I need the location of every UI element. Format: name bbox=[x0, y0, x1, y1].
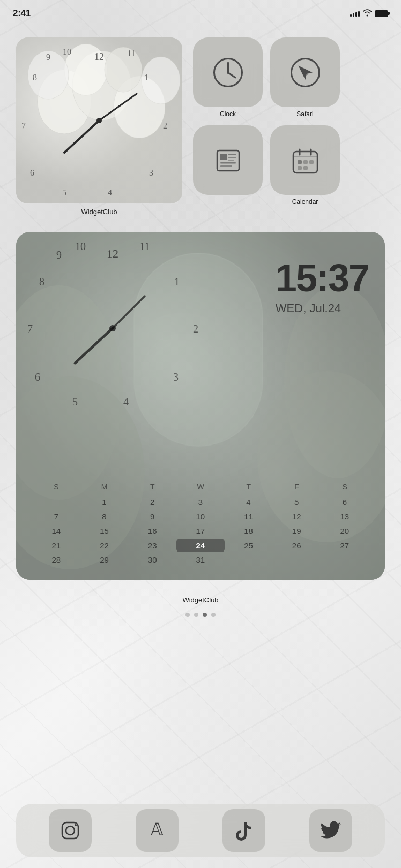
svg-rect-36 bbox=[228, 160, 234, 161]
news-app[interactable] bbox=[193, 125, 263, 206]
safari-app-icon[interactable] bbox=[270, 37, 340, 107]
cal-cell: 20 bbox=[321, 524, 369, 538]
news-app-icon[interactable] bbox=[193, 125, 263, 195]
svg-point-5 bbox=[105, 47, 142, 92]
clock-app-label: Clock bbox=[220, 110, 236, 118]
cal-cell: 7 bbox=[32, 510, 80, 523]
top-section: 12 1 2 3 4 5 6 7 8 9 10 11 bbox=[16, 37, 385, 216]
cal-cell bbox=[321, 553, 369, 567]
svg-text:𝔸: 𝔸 bbox=[151, 820, 164, 839]
app-row-2: Calendar bbox=[193, 125, 385, 206]
digital-time-area: 15:37 WED, Jul.24 bbox=[276, 259, 369, 315]
battery-icon bbox=[375, 10, 388, 17]
cal-week-1: 1 2 3 4 5 6 bbox=[32, 495, 369, 509]
calendar-app-label: Calendar bbox=[292, 198, 318, 206]
svg-rect-34 bbox=[228, 154, 236, 155]
status-bar: 2:41 bbox=[0, 0, 401, 27]
page-dot-2 bbox=[194, 613, 198, 617]
cal-cell: 12 bbox=[272, 510, 321, 523]
appstore-dock-icon[interactable]: 𝔸 bbox=[136, 809, 179, 852]
cal-week-4: 21 22 23 24 25 26 27 bbox=[32, 539, 369, 552]
dock: 𝔸 bbox=[16, 804, 385, 857]
cal-cell: 2 bbox=[128, 495, 176, 509]
svg-rect-35 bbox=[228, 157, 236, 158]
instagram-dock-icon[interactable] bbox=[49, 809, 92, 852]
svg-rect-30 bbox=[217, 150, 239, 171]
tiktok-dock-icon[interactable] bbox=[222, 809, 265, 852]
calendar-header: S M T W T F S bbox=[32, 482, 369, 491]
right-apps: Clock Safari bbox=[193, 37, 385, 216]
widgetclub-big-widget[interactable]: 12 1 2 3 4 5 6 7 8 9 10 11 15:37 bbox=[16, 232, 385, 604]
cal-sat: S bbox=[321, 482, 369, 491]
cal-cell bbox=[225, 553, 273, 567]
widgetclub-clock-widget[interactable]: 12 1 2 3 4 5 6 7 8 9 10 11 bbox=[16, 37, 182, 216]
svg-text:7: 7 bbox=[21, 121, 26, 130]
svg-text:1: 1 bbox=[144, 73, 148, 82]
svg-text:10: 10 bbox=[75, 240, 86, 252]
cal-mon: M bbox=[80, 482, 129, 491]
twitter-dock-icon[interactable] bbox=[309, 809, 352, 852]
svg-text:5: 5 bbox=[62, 188, 66, 197]
cal-cell: 9 bbox=[128, 510, 176, 523]
svg-rect-44 bbox=[298, 166, 302, 170]
svg-text:5: 5 bbox=[72, 396, 78, 407]
svg-text:6: 6 bbox=[35, 371, 40, 383]
cal-cell: 4 bbox=[225, 495, 273, 509]
cal-cell: 18 bbox=[225, 524, 273, 538]
page-dot-4 bbox=[211, 613, 216, 617]
svg-text:9: 9 bbox=[46, 52, 50, 62]
safari-app-label: Safari bbox=[296, 110, 313, 118]
cal-cell: 5 bbox=[272, 495, 321, 509]
svg-text:8: 8 bbox=[33, 73, 37, 82]
home-screen: 12 1 2 3 4 5 6 7 8 9 10 11 bbox=[0, 27, 401, 868]
calendar-area: S M T W T F S 1 2 3 4 5 6 bbox=[16, 482, 385, 580]
cal-cell: 8 bbox=[80, 510, 129, 523]
cal-cell: 17 bbox=[176, 524, 225, 538]
clock-app-icon[interactable] bbox=[193, 37, 263, 107]
svg-text:6: 6 bbox=[30, 168, 34, 177]
calendar-app[interactable]: Calendar bbox=[270, 125, 340, 206]
calendar-app-icon[interactable] bbox=[270, 125, 340, 195]
cal-cell: 25 bbox=[225, 539, 273, 552]
cal-week-2: 7 8 9 10 11 12 13 bbox=[32, 510, 369, 523]
svg-text:12: 12 bbox=[94, 51, 104, 62]
svg-text:3: 3 bbox=[149, 168, 153, 177]
cal-cell bbox=[32, 495, 80, 509]
svg-point-69 bbox=[75, 824, 77, 826]
big-clock-face: 12 1 2 3 4 5 6 7 8 9 10 11 bbox=[27, 237, 198, 419]
calendar-grid: 1 2 3 4 5 6 7 8 9 10 11 12 13 bbox=[32, 495, 369, 567]
status-time: 2:41 bbox=[13, 8, 31, 19]
clock-app[interactable]: Clock bbox=[193, 37, 263, 118]
svg-rect-41 bbox=[298, 160, 302, 164]
cal-cell: 16 bbox=[128, 524, 176, 538]
cal-cell: 29 bbox=[80, 553, 129, 567]
cal-cell: 22 bbox=[80, 539, 129, 552]
svg-text:11: 11 bbox=[139, 240, 150, 252]
svg-text:1: 1 bbox=[174, 276, 180, 288]
page-dot-3 bbox=[203, 613, 207, 617]
page-dot-1 bbox=[185, 613, 190, 617]
svg-text:8: 8 bbox=[39, 276, 44, 288]
svg-line-64 bbox=[75, 328, 113, 363]
signal-icon bbox=[350, 10, 360, 17]
svg-rect-32 bbox=[220, 162, 236, 164]
clock-widget-bg: 12 1 2 3 4 5 6 7 8 9 10 11 bbox=[16, 37, 182, 203]
app-row-1: Clock Safari bbox=[193, 37, 385, 118]
cal-cell: 13 bbox=[321, 510, 369, 523]
cal-fri: F bbox=[273, 482, 321, 491]
cal-cell-today: 24 bbox=[176, 539, 225, 552]
digital-time: 15:37 bbox=[276, 259, 369, 297]
cal-sun: S bbox=[32, 482, 80, 491]
cal-cell: 1 bbox=[80, 495, 129, 509]
svg-text:4: 4 bbox=[123, 396, 129, 407]
cal-cell: 11 bbox=[225, 510, 273, 523]
cal-cell: 23 bbox=[128, 539, 176, 552]
svg-rect-42 bbox=[303, 160, 308, 164]
svg-rect-45 bbox=[303, 166, 308, 170]
svg-line-65 bbox=[113, 296, 145, 328]
svg-text:3: 3 bbox=[173, 371, 179, 383]
page-dots bbox=[16, 613, 385, 617]
svg-text:2: 2 bbox=[163, 121, 167, 130]
safari-app[interactable]: Safari bbox=[270, 37, 340, 118]
svg-point-26 bbox=[227, 71, 229, 74]
